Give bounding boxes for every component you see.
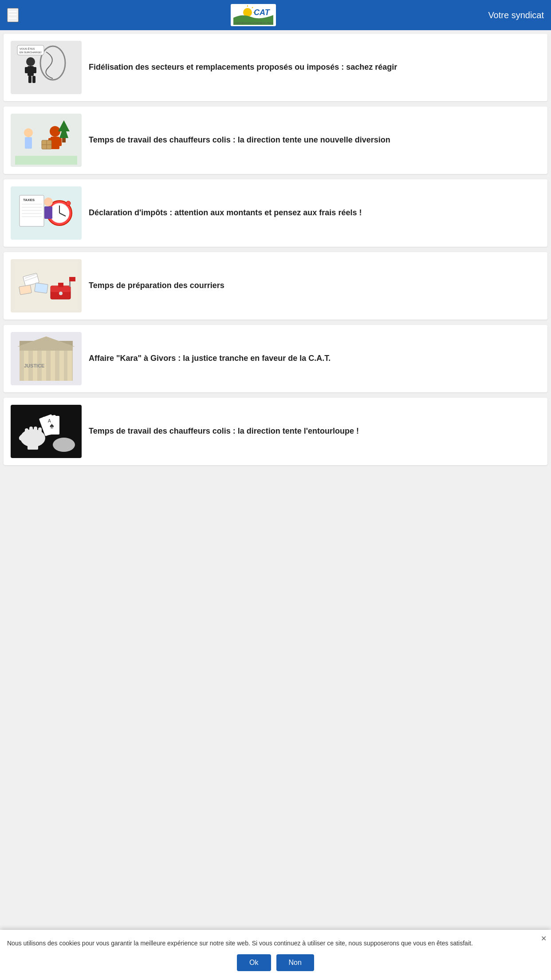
- svg-rect-15: [28, 76, 31, 83]
- svg-rect-76: [29, 427, 33, 437]
- svg-rect-9: [28, 66, 34, 76]
- svg-point-8: [26, 57, 35, 66]
- header-title: Votre syndicat: [488, 10, 544, 20]
- article-card[interactable]: Temps de travail des chauffeurs colis : …: [4, 107, 547, 174]
- svg-rect-68: [59, 351, 64, 381]
- svg-rect-75: [25, 428, 28, 437]
- article-title: Temps de travail des chauffeurs colis : …: [89, 134, 540, 146]
- article-text-content: Déclaration d'impôts : attention aux mon…: [89, 207, 540, 218]
- svg-rect-53: [69, 277, 75, 281]
- article-title: Temps de travail des chauffeurs colis : …: [89, 426, 540, 437]
- svg-line-2: [252, 7, 253, 8]
- article-title: Temps de préparation des courriers: [89, 280, 540, 291]
- svg-text:EN SURCHARGE!: EN SURCHARGE!: [20, 51, 42, 54]
- svg-rect-46: [44, 206, 52, 219]
- svg-rect-69: [67, 351, 72, 381]
- article-thumbnail: ♠ A: [11, 405, 82, 458]
- article-thumbnail: TAXES: [11, 186, 82, 240]
- svg-point-84: [53, 438, 75, 452]
- svg-rect-11: [33, 67, 36, 73]
- article-text-content: Temps de préparation des courriers: [89, 280, 540, 291]
- svg-text:CONFÉDÉRATION AUTONOME DU TRAV: CONFÉDÉRATION AUTONOME DU TRAVAIL: [234, 22, 273, 24]
- article-thumbnail: [11, 114, 82, 167]
- svg-rect-26: [25, 137, 32, 149]
- article-thumbnail: [11, 259, 82, 312]
- svg-point-45: [44, 198, 53, 206]
- svg-rect-30: [15, 156, 77, 165]
- article-title: Fidélisation des secteurs et remplacemen…: [89, 62, 540, 73]
- article-card[interactable]: ♠ A Temps de travail des chauffeurs coli…: [4, 398, 547, 465]
- svg-rect-10: [25, 67, 28, 73]
- svg-text:A: A: [48, 419, 51, 423]
- article-thumbnail: JUSTICE: [11, 332, 82, 385]
- svg-point-25: [24, 128, 33, 137]
- logo-svg: CAT CONFÉDÉRATION AUTONOME DU TRAVAIL: [233, 5, 273, 25]
- svg-rect-57: [35, 283, 48, 293]
- svg-text:CAT: CAT: [254, 8, 271, 17]
- svg-rect-58: [19, 285, 32, 295]
- article-text-content: Fidélisation des secteurs et remplacemen…: [89, 62, 540, 73]
- article-title: Déclaration d'impôts : attention aux mon…: [89, 207, 540, 218]
- svg-rect-21: [58, 138, 62, 146]
- article-card[interactable]: Temps de préparation des courriers: [4, 252, 547, 320]
- svg-rect-50: [58, 283, 63, 287]
- article-text-content: Affaire "Kara" à Givors : la justice tra…: [89, 353, 540, 364]
- article-card[interactable]: TAXES Déclaration d'impôts : atte: [4, 179, 547, 247]
- logo-container: CAT CONFÉDÉRATION AUTONOME DU TRAVAIL: [231, 4, 276, 26]
- svg-rect-73: [28, 443, 38, 450]
- svg-text:VOUS ÊTES: VOUS ÊTES: [20, 47, 35, 50]
- svg-rect-16: [32, 76, 35, 83]
- svg-point-51: [59, 292, 63, 295]
- article-text-content: Temps de travail des chauffeurs colis : …: [89, 426, 540, 437]
- svg-text:TAXES: TAXES: [23, 198, 35, 202]
- main-header: ☰ CAT CONFÉDÉRATION AUTONOME DU TRAVAIL …: [0, 0, 551, 30]
- svg-point-44: [66, 201, 71, 205]
- svg-rect-29: [62, 138, 66, 142]
- article-thumbnail: VOUS ÊTES EN SURCHARGE!: [11, 41, 82, 94]
- main-content: VOUS ÊTES EN SURCHARGE! Fidélisation des…: [0, 30, 551, 474]
- article-card[interactable]: VOUS ÊTES EN SURCHARGE! Fidélisation des…: [4, 34, 547, 101]
- article-card[interactable]: JUSTICE Affaire "Kara" à Givors : la jus…: [4, 325, 547, 392]
- menu-button[interactable]: ☰: [7, 8, 19, 22]
- article-title: Affaire "Kara" à Givors : la justice tra…: [89, 353, 540, 364]
- article-text-content: Temps de travail des chauffeurs colis : …: [89, 134, 540, 146]
- svg-text:JUSTICE: JUSTICE: [24, 363, 44, 368]
- svg-rect-78: [38, 427, 42, 437]
- svg-rect-67: [51, 351, 55, 381]
- svg-rect-77: [34, 427, 37, 437]
